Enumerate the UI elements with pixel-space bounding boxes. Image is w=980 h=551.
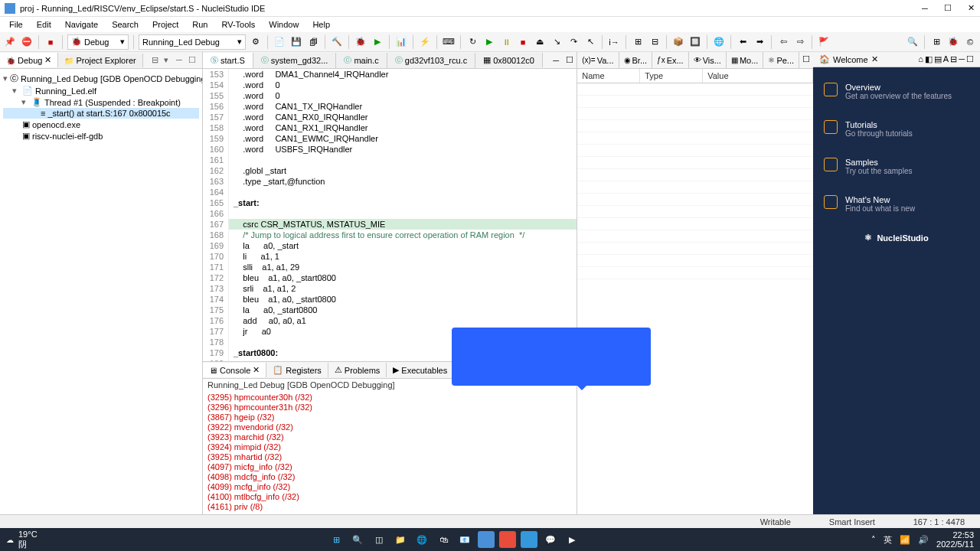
menu-rvtools[interactable]: RV-Tools <box>215 18 261 31</box>
perspective-dropdown[interactable]: 🐞 Debug▾ <box>67 34 129 50</box>
menu-window[interactable]: Window <box>263 18 305 31</box>
resume-icon[interactable]: ▶ <box>482 35 496 49</box>
terminal-icon[interactable]: ⌨ <box>442 35 456 49</box>
tab-console[interactable]: 🖥 Console ✕ <box>203 363 266 377</box>
build-icon[interactable]: ⚙ <box>249 35 263 49</box>
app1-icon[interactable] <box>478 531 495 548</box>
open-perspective-icon[interactable]: ⊞ <box>929 35 943 49</box>
edge-icon[interactable]: 🌐 <box>413 531 430 548</box>
tab-debug[interactable]: Debug ✕ <box>0 53 58 67</box>
minimize-button[interactable]: ─ <box>920 4 929 13</box>
welcome-min-icon[interactable]: ─ <box>959 54 965 64</box>
save-icon[interactable]: 💾 <box>289 35 303 49</box>
maximize-button[interactable]: ☐ <box>943 4 952 13</box>
restart-icon[interactable]: ↻ <box>466 35 479 49</box>
run-icon[interactable]: ▶ <box>371 35 384 49</box>
app2-icon[interactable] <box>499 531 516 548</box>
menu-navigate[interactable]: Navigate <box>59 18 104 31</box>
debug-perspective-icon[interactable]: 🐞 <box>946 35 960 49</box>
tree-gdb[interactable]: ▣ riscv-nuclei-elf-gdb <box>3 130 199 142</box>
editor-tab-rcu[interactable]: gd32vf103_rcu.c <box>387 53 475 68</box>
volume-icon[interactable]: 🔊 <box>918 535 929 545</box>
c-perspective-icon[interactable]: © <box>963 35 977 49</box>
launch-config-dropdown[interactable]: Running_Led Debug▾ <box>139 34 246 50</box>
terminate-icon[interactable]: ■ <box>516 35 530 49</box>
suspend-icon[interactable]: ⏸ <box>499 35 513 49</box>
editor-min-icon[interactable]: ─ <box>549 54 563 67</box>
tab-welcome[interactable]: 🏠 Welcome ✕ ⌂ ◧ ▤ A ⊟ ─ ☐ <box>813 52 980 67</box>
collapse-icon[interactable]: ⊟ <box>152 55 162 66</box>
tab-registers[interactable]: 📋 Registers <box>266 363 328 377</box>
prev-icon[interactable]: ⬅ <box>736 35 750 49</box>
wifi-icon[interactable]: 📶 <box>900 535 910 545</box>
package-icon[interactable]: 📦 <box>671 35 685 49</box>
fwd-nav-icon[interactable]: ⇨ <box>793 35 807 49</box>
col-value[interactable]: Value <box>703 69 813 83</box>
col-type[interactable]: Type <box>640 69 703 83</box>
app4-icon[interactable]: ▶ <box>564 531 580 548</box>
step-over-icon[interactable]: ↷ <box>567 35 580 49</box>
search-icon[interactable]: 🔍 <box>906 35 920 49</box>
step-return-icon[interactable]: ↖ <box>583 35 597 49</box>
tree-thread[interactable]: ▾🧵 Thread #1 (Suspended : Breakpoint) <box>3 96 199 108</box>
menu-search[interactable]: Search <box>106 18 145 31</box>
menu-file[interactable]: File <box>3 18 29 31</box>
ime-indicator[interactable]: 英 <box>884 534 892 546</box>
skip-breakpoints-icon[interactable]: ⛔ <box>20 35 34 49</box>
tree-elf[interactable]: ▾📄 Running_Led.elf <box>3 85 199 96</box>
editor-tab-addr[interactable]: ▦ 0x80012c0 <box>475 53 543 67</box>
editor-tab-start-s[interactable]: start.S <box>203 53 253 68</box>
search-taskbar-icon[interactable]: 🔍 <box>349 531 366 548</box>
tree-stackframe[interactable]: ≡ _start() at start.S:167 0x800015c <box>3 108 199 119</box>
globe-icon[interactable]: 🌐 <box>712 35 726 49</box>
editor-tab-system[interactable]: system_gd32... <box>253 53 337 68</box>
mail-icon[interactable]: 📧 <box>456 531 473 548</box>
save-all-icon[interactable]: 🗐 <box>306 35 320 49</box>
tab-problems[interactable]: ⚠ Problems <box>328 363 387 377</box>
tree-openocd[interactable]: ▣ openocd.exe <box>3 119 199 130</box>
welcome-tb3-icon[interactable]: A <box>943 54 949 64</box>
app3-icon[interactable] <box>521 531 537 548</box>
maximize-view-icon[interactable]: ☐ <box>188 55 199 66</box>
pin-icon[interactable]: 📌 <box>3 35 17 49</box>
taskview-icon[interactable]: ◫ <box>371 531 387 548</box>
debug-icon[interactable]: 🐞 <box>354 35 368 49</box>
tab-variables[interactable]: (x)= Va... <box>577 52 619 68</box>
welcome-tutorials[interactable]: TutorialsGo through tutorials <box>824 120 969 138</box>
stop-icon[interactable]: ■ <box>44 35 57 49</box>
editor-tab-main[interactable]: main.c <box>336 53 387 68</box>
editor-body[interactable]: 1531541551561571581591601611621631641651… <box>203 69 577 361</box>
back-nav-icon[interactable]: ⇦ <box>776 35 790 49</box>
profile-icon[interactable]: 📊 <box>394 35 408 49</box>
start-icon[interactable]: ⊞ <box>328 531 345 548</box>
menu-run[interactable]: Run <box>186 18 214 31</box>
close-tab-icon[interactable]: ✕ <box>44 55 51 65</box>
welcome-tb2-icon[interactable]: ▤ <box>934 54 942 64</box>
welcome-samples[interactable]: SamplesTry out the samples <box>824 158 969 175</box>
tray-chevron-icon[interactable]: ˄ <box>871 535 876 545</box>
col-name[interactable]: Name <box>577 69 640 83</box>
tab-visual[interactable]: 👁 Vis... <box>689 52 727 68</box>
taskbar-weather[interactable]: ☁ 19°C阴 <box>6 530 38 550</box>
disconnect-icon[interactable]: ⏏ <box>533 35 547 49</box>
hammer-icon[interactable]: 🔨 <box>330 35 344 49</box>
toggle2-icon[interactable]: ⊟ <box>648 35 662 49</box>
console-output[interactable]: (3295) hpmcounter30h (/32)(3296) hpmcoun… <box>203 391 577 514</box>
menu-project[interactable]: Project <box>146 18 185 31</box>
new-icon[interactable]: 📄 <box>273 35 286 49</box>
tab-modules[interactable]: ▦ Mo... <box>727 52 763 68</box>
variables-grid[interactable] <box>577 83 813 514</box>
next-icon[interactable]: ➡ <box>753 35 766 49</box>
welcome-overview[interactable]: OverviewGet an overview of the features <box>824 83 969 100</box>
flash-icon[interactable]: ⚡ <box>418 35 432 49</box>
wechat-icon[interactable]: 💬 <box>542 531 559 548</box>
welcome-whatsnew[interactable]: What's NewFind out what is new <box>824 195 969 213</box>
explorer-icon[interactable]: 📁 <box>392 531 409 548</box>
store-icon[interactable]: 🛍 <box>435 531 452 548</box>
close-button[interactable]: ✕ <box>966 4 975 13</box>
minimize-view-icon[interactable]: ─ <box>176 55 187 66</box>
welcome-home-icon[interactable]: ⌂ <box>918 54 923 64</box>
tab-peripherals[interactable]: ⚛ Pe... <box>763 52 799 68</box>
instruction-step-icon[interactable]: i→ <box>607 35 621 49</box>
tab-breakpoints[interactable]: ◉ Br... <box>619 52 653 68</box>
